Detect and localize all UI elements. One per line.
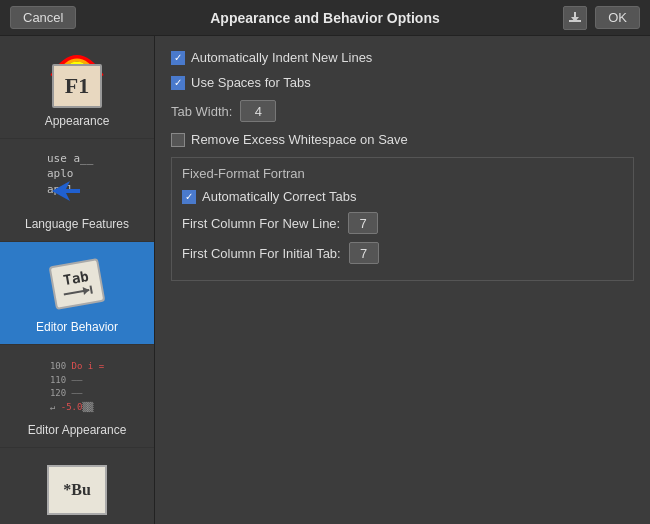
- svg-marker-3: [52, 181, 80, 201]
- first-column-initial-tab-label: First Column For Initial Tab:: [182, 246, 341, 261]
- language-features-icon: use a__ aplo appl: [37, 149, 117, 213]
- sidebar-item-builtin[interactable]: *Bu: [0, 448, 154, 524]
- auto-indent-row: Automatically Indent New Lines: [171, 50, 634, 65]
- remove-whitespace-checkbox[interactable]: [171, 133, 185, 147]
- tab-width-label: Tab Width:: [171, 104, 232, 119]
- sidebar: F1 Appearance use a__ aplo appl: [0, 36, 155, 524]
- spaces-for-tabs-label: Use Spaces for Tabs: [191, 75, 311, 90]
- first-column-new-line-row: First Column For New Line:: [182, 212, 623, 234]
- auto-correct-tabs-row: Automatically Correct Tabs: [182, 189, 623, 204]
- ok-button[interactable]: OK: [595, 6, 640, 29]
- first-column-new-line-label: First Column For New Line:: [182, 216, 340, 231]
- auto-correct-tabs-checkbox[interactable]: [182, 190, 196, 204]
- fortran-title: Fixed-Format Fortran: [182, 166, 623, 181]
- dialog-title: Appearance and Behavior Options: [210, 10, 440, 26]
- auto-indent-checkbox-wrap[interactable]: Automatically Indent New Lines: [171, 50, 372, 65]
- cancel-button[interactable]: Cancel: [10, 6, 76, 29]
- editor-behavior-icon: Tab: [37, 252, 117, 316]
- sidebar-item-editor-appearance-label: Editor Appearance: [28, 423, 127, 437]
- first-column-new-line-input[interactable]: [348, 212, 378, 234]
- editor-appearance-icon: 100 Do i = 110 —— 120 —— ↵ -5.0▒▒: [37, 355, 117, 419]
- first-column-initial-tab-input[interactable]: [349, 242, 379, 264]
- spaces-for-tabs-checkbox[interactable]: [171, 76, 185, 90]
- auto-indent-label: Automatically Indent New Lines: [191, 50, 372, 65]
- auto-indent-checkbox[interactable]: [171, 51, 185, 65]
- remove-whitespace-row: Remove Excess Whitespace on Save: [171, 132, 634, 147]
- builtin-icon: *Bu: [37, 458, 117, 522]
- sidebar-item-appearance-label: Appearance: [45, 114, 110, 128]
- svg-rect-2: [574, 12, 576, 18]
- sidebar-item-editor-appearance[interactable]: 100 Do i = 110 —— 120 —— ↵ -5.0▒▒ Editor…: [0, 345, 154, 448]
- main-content: F1 Appearance use a__ aplo appl: [0, 36, 650, 524]
- sidebar-item-editor-behavior[interactable]: Tab Editor Behavior: [0, 242, 154, 345]
- appearance-icon: F1: [37, 46, 117, 110]
- right-panel: Automatically Indent New Lines Use Space…: [155, 36, 650, 524]
- tab-width-row: Tab Width:: [171, 100, 634, 122]
- remove-whitespace-checkbox-wrap[interactable]: Remove Excess Whitespace on Save: [171, 132, 408, 147]
- first-column-initial-tab-row: First Column For Initial Tab:: [182, 242, 623, 264]
- sidebar-item-language-features[interactable]: use a__ aplo appl Language Features: [0, 139, 154, 242]
- download-icon[interactable]: [563, 6, 587, 30]
- sidebar-item-language-features-label: Language Features: [25, 217, 129, 231]
- sidebar-item-editor-behavior-label: Editor Behavior: [36, 320, 118, 334]
- title-bar: Cancel Appearance and Behavior Options O…: [0, 0, 650, 36]
- remove-whitespace-label: Remove Excess Whitespace on Save: [191, 132, 408, 147]
- tab-width-input[interactable]: [240, 100, 276, 122]
- auto-correct-tabs-checkbox-wrap[interactable]: Automatically Correct Tabs: [182, 189, 356, 204]
- sidebar-item-appearance[interactable]: F1 Appearance: [0, 36, 154, 139]
- auto-correct-tabs-label: Automatically Correct Tabs: [202, 189, 356, 204]
- fortran-group: Fixed-Format Fortran Automatically Corre…: [171, 157, 634, 281]
- spaces-for-tabs-row: Use Spaces for Tabs: [171, 75, 634, 90]
- svg-line-6: [90, 286, 91, 294]
- spaces-for-tabs-checkbox-wrap[interactable]: Use Spaces for Tabs: [171, 75, 311, 90]
